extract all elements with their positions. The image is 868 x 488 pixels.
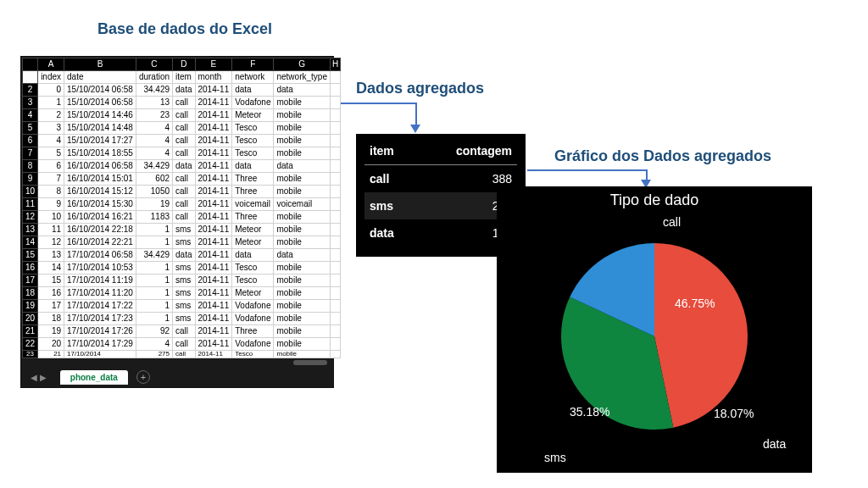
- header-cell[interactable]: network: [232, 71, 274, 84]
- cell[interactable]: 2014-11: [195, 325, 232, 338]
- cell[interactable]: [330, 313, 340, 325]
- cell[interactable]: 275: [136, 351, 172, 358]
- cell[interactable]: Tesco: [232, 274, 274, 287]
- cell[interactable]: data: [232, 160, 274, 173]
- cell[interactable]: data: [274, 249, 330, 262]
- header-cell[interactable]: index: [38, 71, 64, 84]
- cell[interactable]: [330, 173, 340, 186]
- cell[interactable]: call: [173, 173, 195, 186]
- cell[interactable]: [330, 325, 340, 338]
- row-header[interactable]: 10: [23, 186, 38, 198]
- cell[interactable]: call: [173, 97, 195, 109]
- cell[interactable]: 14: [38, 262, 64, 274]
- cell[interactable]: call: [173, 325, 195, 338]
- cell[interactable]: 15/10/2014 17:27: [64, 135, 136, 147]
- cell[interactable]: 34.429: [136, 160, 172, 173]
- cell[interactable]: sms: [173, 236, 195, 249]
- header-cell[interactable]: duration: [136, 71, 172, 84]
- cell[interactable]: call: [173, 211, 195, 224]
- cell[interactable]: mobile: [274, 122, 330, 135]
- cell[interactable]: mobile: [274, 147, 330, 160]
- header-cell[interactable]: date: [64, 71, 136, 84]
- cell[interactable]: 19: [136, 198, 172, 211]
- cell[interactable]: [330, 97, 340, 109]
- cell[interactable]: 1: [136, 300, 172, 313]
- cell[interactable]: 15/10/2014 06:58: [64, 84, 136, 97]
- row-header[interactable]: 16: [23, 262, 38, 274]
- cell[interactable]: [330, 287, 340, 300]
- col-D[interactable]: D: [173, 58, 195, 71]
- header-cell[interactable]: item: [173, 71, 195, 84]
- cell[interactable]: 10: [38, 211, 64, 224]
- cell[interactable]: [330, 274, 340, 287]
- cell[interactable]: data: [173, 84, 195, 97]
- cell[interactable]: 2014-11: [195, 211, 232, 224]
- cell[interactable]: 2014-11: [195, 262, 232, 274]
- cell[interactable]: call: [173, 186, 195, 198]
- cell[interactable]: mobile: [274, 135, 330, 147]
- cell[interactable]: 16/10/2014 16:21: [64, 211, 136, 224]
- cell[interactable]: Vodafone: [232, 313, 274, 325]
- cell[interactable]: [330, 351, 340, 358]
- cell[interactable]: 34.429: [136, 249, 172, 262]
- cell[interactable]: 1: [136, 313, 172, 325]
- row-header[interactable]: 13: [23, 224, 38, 236]
- cell[interactable]: mobile: [274, 97, 330, 109]
- cell[interactable]: [330, 338, 340, 351]
- cell[interactable]: 1183: [136, 211, 172, 224]
- row-header[interactable]: 6: [23, 135, 38, 147]
- cell[interactable]: sms: [173, 274, 195, 287]
- cell[interactable]: 4: [38, 135, 64, 147]
- cell[interactable]: sms: [173, 287, 195, 300]
- cell[interactable]: 602: [136, 173, 172, 186]
- cell[interactable]: call: [173, 351, 195, 358]
- cell[interactable]: voicemail: [232, 198, 274, 211]
- cell[interactable]: data: [274, 160, 330, 173]
- cell[interactable]: 17/10/2014 11:19: [64, 274, 136, 287]
- cell[interactable]: mobile: [274, 313, 330, 325]
- sheet-tab[interactable]: phone_data: [60, 370, 128, 385]
- cell[interactable]: 11: [38, 224, 64, 236]
- cell[interactable]: 4: [136, 135, 172, 147]
- cell[interactable]: 2014-11: [195, 313, 232, 325]
- header-cell[interactable]: network_type: [274, 71, 330, 84]
- cell[interactable]: 15: [38, 274, 64, 287]
- row-header[interactable]: 14: [23, 236, 38, 249]
- cell[interactable]: 2014-11: [195, 135, 232, 147]
- cell[interactable]: 2014-11: [195, 198, 232, 211]
- cell[interactable]: [330, 186, 340, 198]
- row-header[interactable]: 19: [23, 300, 38, 313]
- cell[interactable]: 15/10/2014 18:55: [64, 147, 136, 160]
- col-A[interactable]: A: [38, 58, 64, 71]
- cell[interactable]: [330, 211, 340, 224]
- row-header[interactable]: 3: [23, 97, 38, 109]
- row-header[interactable]: 4: [23, 109, 38, 122]
- cell[interactable]: 18: [38, 313, 64, 325]
- cell[interactable]: 2014-11: [195, 274, 232, 287]
- col-H[interactable]: H: [330, 58, 340, 71]
- cell[interactable]: data: [232, 249, 274, 262]
- cell[interactable]: 4: [136, 147, 172, 160]
- cell[interactable]: 2014-11: [195, 147, 232, 160]
- cell[interactable]: Vodafone: [232, 97, 274, 109]
- row-header[interactable]: 17: [23, 274, 38, 287]
- col-C[interactable]: C: [136, 58, 172, 71]
- cell[interactable]: data: [232, 84, 274, 97]
- cell[interactable]: mobile: [274, 109, 330, 122]
- cell[interactable]: Three: [232, 186, 274, 198]
- cell[interactable]: 17/10/2014 17:23: [64, 313, 136, 325]
- cell[interactable]: 16/10/2014 22:18: [64, 224, 136, 236]
- cell[interactable]: Tesco: [232, 122, 274, 135]
- cell[interactable]: mobile: [274, 262, 330, 274]
- cell[interactable]: [330, 122, 340, 135]
- cell[interactable]: 16/10/2014 15:01: [64, 173, 136, 186]
- row-header[interactable]: 7: [23, 147, 38, 160]
- row-header[interactable]: 1: [23, 71, 38, 84]
- col-B[interactable]: B: [64, 58, 136, 71]
- cell[interactable]: 2014-11: [195, 122, 232, 135]
- cell[interactable]: voicemail: [274, 198, 330, 211]
- cell[interactable]: 17: [38, 300, 64, 313]
- cell[interactable]: data: [173, 160, 195, 173]
- cell[interactable]: 13: [136, 97, 172, 109]
- cell[interactable]: [330, 109, 340, 122]
